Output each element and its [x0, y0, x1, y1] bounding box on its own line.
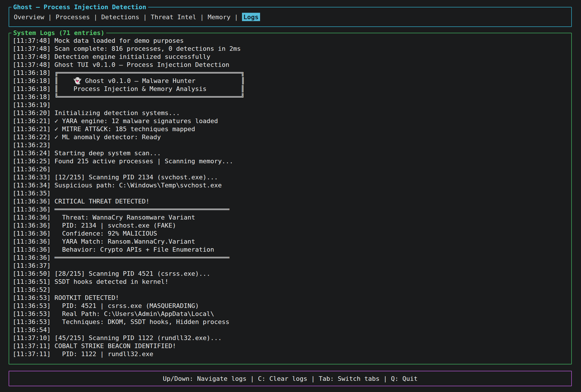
- log-timestamp: [11:36:23]: [13, 141, 51, 149]
- log-timestamp: [11:37:10]: [13, 334, 51, 341]
- log-message: [45/215] Scanning PID 1122 (rundll32.exe…: [51, 334, 222, 341]
- log-message: ║ Process Injection & Memory Analysis ║: [51, 85, 245, 92]
- log-line[interactable]: [11:36:36] Confidence: 92% MALICIOUS: [13, 230, 568, 238]
- terminal-screen: Ghost — Process Injection Detection Over…: [0, 0, 581, 392]
- log-line[interactable]: [11:36:52]: [13, 286, 568, 294]
- log-line[interactable]: [11:36:53] PID: 4521 | csrss.exe (MASQUE…: [13, 302, 568, 310]
- log-timestamp: [11:37:11]: [13, 342, 51, 350]
- log-timestamp: [11:36:35]: [13, 190, 51, 197]
- footer-panel: Up/Down: Navigate logs | C: Clear logs |…: [9, 371, 572, 386]
- log-line[interactable]: [11:36:36] Behavior: Crypto APIs + File …: [13, 246, 568, 254]
- log-line[interactable]: [11:36:25] Found 215 active processes | …: [13, 157, 568, 165]
- log-message: Suspicious path: C:\Windows\Temp\svchost…: [51, 182, 222, 189]
- log-message: ROOTKIT DETECTED!: [51, 294, 119, 301]
- log-line[interactable]: [11:36:53] ROOTKIT DETECTED!: [13, 294, 568, 302]
- log-timestamp: [11:36:18]: [13, 77, 51, 84]
- log-timestamp: [11:36:18]: [13, 85, 51, 92]
- log-line[interactable]: [11:37:11] COBALT STRIKE BEACON IDENTIFI…: [13, 342, 568, 350]
- log-line[interactable]: [11:36:33] [12/215] Scanning PID 2134 (s…: [13, 173, 568, 181]
- log-message: ════════════════════════════════════════…: [51, 254, 229, 261]
- log-line[interactable]: [11:36:18] ╔════════════════════════════…: [13, 69, 568, 77]
- log-line[interactable]: [11:36:35]: [13, 189, 568, 197]
- log-line[interactable]: [11:36:36] PID: 2134 | svchost.exe (FAKE…: [13, 222, 568, 230]
- log-message: Mock data loaded for demo purposes: [51, 37, 184, 44]
- log-timestamp: [11:36:22]: [13, 133, 51, 141]
- tab-logs[interactable]: Logs: [242, 13, 260, 21]
- log-line[interactable]: [11:36:36] YARA Match: Ransom.WannaCry.V…: [13, 238, 568, 246]
- log-timestamp: [11:37:48]: [13, 45, 51, 52]
- log-message: Threat: WannaCry Ransomware Variant: [51, 214, 195, 221]
- log-message: [12/215] Scanning PID 2134 (svchost.exe)…: [51, 174, 218, 181]
- log-line[interactable]: [11:36:24] Starting deep system scan...: [13, 149, 568, 157]
- log-line[interactable]: [11:36:53] Techniques: DKOM, SSDT hooks,…: [13, 318, 568, 326]
- log-line[interactable]: [11:36:26]: [13, 165, 568, 173]
- logs-panel: System Logs (71 entries) [11:37:48] Mock…: [9, 33, 572, 364]
- log-list[interactable]: [11:37:48] Mock data loaded for demo pur…: [9, 33, 571, 364]
- log-line[interactable]: [11:36:36] ═════════════════════════════…: [13, 254, 568, 262]
- log-message: PID: 1122 | rundll32.exe: [51, 350, 153, 358]
- log-timestamp: [11:36:20]: [13, 109, 51, 117]
- log-line[interactable]: [11:36:36] CRITICAL THREAT DETECTED!: [13, 197, 568, 205]
- log-line[interactable]: [11:37:10] [45/215] Scanning PID 1122 (r…: [13, 334, 568, 342]
- tab-memory[interactable]: Memory: [208, 13, 231, 21]
- tab-separator: |: [196, 13, 208, 21]
- log-timestamp: [11:36:36]: [13, 198, 51, 205]
- log-timestamp: [11:36:36]: [13, 206, 51, 213]
- tab-detections[interactable]: Detections: [101, 13, 139, 21]
- log-message: Confidence: 92% MALICIOUS: [51, 230, 157, 237]
- log-line[interactable]: [11:36:21] ✓ MITRE ATT&CK: 185 technique…: [13, 125, 568, 133]
- log-message: ✓ ML anomaly detector: Ready: [51, 133, 161, 141]
- tab-threat-intel[interactable]: Threat Intel: [151, 13, 196, 21]
- log-line[interactable]: [11:36:23]: [13, 141, 568, 149]
- log-line[interactable]: [11:37:11] PID: 1122 | rundll32.exe: [13, 350, 568, 358]
- log-timestamp: [11:36:51]: [13, 278, 51, 285]
- log-timestamp: [11:36:53]: [13, 310, 51, 317]
- log-message: COBALT STRIKE BEACON IDENTIFIED!: [51, 342, 176, 350]
- log-timestamp: [11:36:36]: [13, 230, 51, 237]
- log-message: Found 215 active processes | Scanning me…: [51, 158, 233, 165]
- log-timestamp: [11:36:53]: [13, 294, 51, 301]
- log-line[interactable]: [11:36:19]: [13, 101, 568, 109]
- tab-processes[interactable]: Processes: [56, 13, 90, 21]
- log-line[interactable]: [11:37:48] Scan complete: 816 processes,…: [13, 45, 568, 53]
- log-message: ╚═══════════════════════════════════════…: [51, 93, 245, 100]
- log-line[interactable]: [11:36:20] Initializing detection system…: [13, 109, 568, 117]
- log-timestamp: [11:36:19]: [13, 101, 51, 108]
- log-timestamp: [11:36:25]: [13, 158, 51, 165]
- log-timestamp: [11:36:36]: [13, 246, 51, 253]
- log-line[interactable]: [11:36:22] ✓ ML anomaly detector: Ready: [13, 133, 568, 141]
- log-timestamp: [11:37:48]: [13, 53, 51, 60]
- log-message: Techniques: DKOM, SSDT hooks, Hidden pro…: [51, 318, 229, 325]
- log-line[interactable]: [11:36:21] ✓ YARA engine: 12 malware sig…: [13, 117, 568, 125]
- log-line[interactable]: [11:36:36] Threat: WannaCry Ransomware V…: [13, 214, 568, 222]
- log-line[interactable]: [11:36:34] Suspicious path: C:\Windows\T…: [13, 181, 568, 189]
- log-line[interactable]: [11:36:50] [28/215] Scanning PID 4521 (c…: [13, 270, 568, 278]
- log-timestamp: [11:37:48]: [13, 37, 51, 44]
- log-message: Behavior: Crypto APIs + File Enumeration: [51, 246, 214, 253]
- log-line[interactable]: [11:37:48] Mock data loaded for demo pur…: [13, 37, 568, 45]
- log-timestamp: [11:36:21]: [13, 117, 51, 125]
- tab-overview[interactable]: Overview: [14, 13, 44, 21]
- tab-separator: |: [44, 13, 56, 21]
- tab-separator: |: [139, 13, 151, 21]
- log-line[interactable]: [11:36:18] ║ Process Injection & Memory …: [13, 85, 568, 93]
- log-timestamp: [11:36:21]: [13, 125, 51, 133]
- log-timestamp: [11:36:34]: [13, 182, 51, 189]
- log-line[interactable]: [11:36:51] SSDT hooks detected in kernel…: [13, 278, 568, 286]
- log-line[interactable]: [11:36:37]: [13, 262, 568, 270]
- log-line[interactable]: [11:37:48] Ghost TUI v0.1.0 — Process In…: [13, 61, 568, 69]
- log-line[interactable]: [11:36:53] Real Path: C:\Users\Admin\App…: [13, 310, 568, 318]
- log-line[interactable]: [11:36:54]: [13, 326, 568, 334]
- log-message: Scan complete: 816 processes, 0 detectio…: [51, 45, 241, 52]
- log-line[interactable]: [11:36:18] ╚════════════════════════════…: [13, 93, 568, 101]
- log-timestamp: [11:36:50]: [13, 270, 51, 277]
- log-line[interactable]: [11:37:48] Detection engine initialized …: [13, 53, 568, 61]
- log-timestamp: [11:37:48]: [13, 61, 51, 68]
- log-line[interactable]: [11:36:18] ║ 👻 Ghost v0.1.0 — Malware Hu…: [13, 77, 568, 85]
- log-line[interactable]: [11:36:36] ═════════════════════════════…: [13, 205, 568, 214]
- log-message: YARA Match: Ransom.WannaCry.Variant: [51, 238, 195, 245]
- tabs-panel: Ghost — Process Injection Detection Over…: [9, 7, 572, 27]
- log-message: Starting deep system scan...: [51, 150, 161, 157]
- log-message: ════════════════════════════════════════…: [51, 206, 229, 213]
- tab-bar: Overview | Processes | Detections | Thre…: [14, 13, 260, 21]
